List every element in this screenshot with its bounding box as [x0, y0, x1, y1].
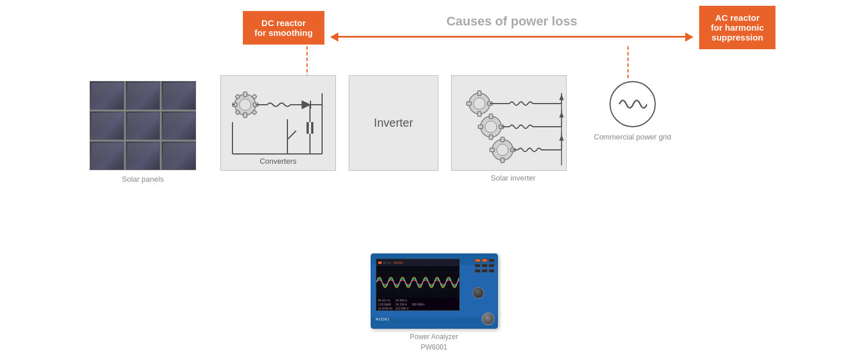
instrument-knob-small[interactable] — [482, 312, 494, 325]
svg-point-42 — [497, 144, 508, 156]
arrows-row — [330, 32, 693, 42]
arrow-left — [330, 32, 512, 42]
ac-reactor-circuit-box — [451, 75, 567, 171]
dashed-line-right — [627, 46, 629, 78]
ac-reactor-svg — [452, 76, 567, 171]
solar-cell — [125, 111, 160, 140]
solar-cell — [161, 141, 196, 170]
screen-waves — [376, 266, 459, 298]
instrument-screen: HIOKI — [376, 259, 460, 311]
svg-rect-32 — [478, 112, 481, 116]
solar-cell — [161, 111, 196, 140]
ctrl-btn-2[interactable] — [475, 264, 481, 267]
causes-title: Causes of power loss — [446, 14, 577, 29]
sine-wave-svg — [618, 95, 647, 113]
screen-data: 96.011 % 1.6119kW 43.2049 Hz 54.354 A 54… — [376, 298, 459, 311]
converter-box: Converters — [220, 75, 336, 171]
solar-inverter-label: Solar inverter — [491, 174, 535, 182]
ac-reactor-line2: for harmonic — [711, 23, 764, 32]
solar-cell — [90, 81, 124, 110]
ctrl-btn-orange-1[interactable] — [475, 259, 481, 262]
arrow-line-left — [338, 36, 512, 38]
svg-line-20 — [287, 131, 296, 139]
instrument-bottom: HIOKI — [376, 312, 494, 325]
solar-cell — [125, 141, 160, 170]
solar-panel-grid — [90, 81, 196, 170]
arrowhead-right — [685, 32, 693, 42]
instrument-brand-bottom: HIOKI — [376, 317, 390, 321]
ac-reactor-box: AC reactor for harmonic suppression — [699, 6, 775, 49]
power-grid-icon — [610, 81, 656, 127]
svg-rect-2 — [243, 92, 247, 97]
solar-cell — [90, 141, 124, 170]
solar-panels-group: Solar panels — [90, 81, 196, 183]
svg-marker-58 — [559, 112, 564, 117]
dc-reactor-line2: for smoothing — [254, 28, 313, 38]
solar-panels-label: Solar panels — [122, 175, 164, 183]
svg-rect-60 — [376, 266, 460, 298]
commercial-grid-label: Commercial power grid — [594, 132, 671, 142]
svg-marker-57 — [559, 94, 564, 100]
ctrl-row-3 — [463, 269, 494, 273]
svg-rect-43 — [501, 137, 504, 142]
screen-dot-orange — [378, 262, 382, 264]
ctrl-row-2 — [463, 264, 494, 267]
main-container: DC reactor for smoothing Causes of power… — [0, 0, 868, 364]
ctrl-btn-1[interactable] — [489, 259, 494, 262]
power-grid-group: Commercial power grid — [594, 81, 671, 142]
ac-reactor-line3: suppression — [712, 32, 763, 42]
inverter-box: Inverter — [349, 75, 438, 171]
svg-rect-45 — [490, 148, 494, 152]
top-section: DC reactor for smoothing Causes of power… — [243, 6, 775, 49]
instrument-label: Power Analyzer PW6001 — [410, 332, 458, 352]
svg-marker-12 — [302, 101, 311, 109]
dc-reactor-line1: DC reactor — [261, 18, 306, 28]
ctrl-btn-4[interactable] — [489, 264, 494, 267]
solar-cell — [125, 81, 160, 110]
solar-cell — [161, 81, 196, 110]
ctrl-btn-5[interactable] — [475, 269, 481, 273]
instrument-section: HIOKI — [371, 253, 498, 352]
waveform-svg — [376, 266, 460, 298]
svg-rect-39 — [478, 125, 483, 128]
svg-point-1 — [239, 99, 251, 111]
arrow-line-right — [512, 36, 685, 38]
screen-header: HIOKI — [376, 259, 459, 266]
ctrl-btn-7[interactable] — [489, 269, 494, 273]
instrument-controls — [463, 259, 494, 311]
arrowhead-left — [330, 32, 338, 42]
svg-point-30 — [474, 98, 485, 109]
arrow-section: Causes of power loss — [330, 14, 693, 42]
screen-dot-gray1 — [383, 262, 386, 264]
converters-label: Converters — [221, 157, 335, 166]
ctrl-row-1 — [463, 259, 494, 262]
svg-rect-3 — [243, 113, 247, 117]
svg-rect-37 — [489, 114, 493, 119]
svg-point-36 — [485, 121, 497, 133]
ctrl-btn-orange-2[interactable] — [482, 259, 487, 262]
dc-reactor-box: DC reactor for smoothing — [243, 11, 324, 45]
svg-rect-33 — [467, 102, 471, 105]
inverter-text: Inverter — [374, 116, 413, 130]
ac-reactor-line1: AC reactor — [715, 13, 760, 23]
arrow-right — [512, 32, 693, 42]
svg-marker-59 — [559, 135, 564, 141]
ctrl-btn-6[interactable] — [482, 269, 487, 273]
screen-dot-gray2 — [387, 262, 391, 264]
svg-rect-38 — [489, 135, 493, 139]
svg-rect-44 — [501, 158, 504, 163]
svg-rect-31 — [478, 91, 481, 95]
dashed-line-left — [306, 46, 308, 78]
instrument-brand: HIOKI — [394, 261, 403, 264]
ctrl-knob-main[interactable] — [472, 287, 484, 299]
ctrl-btn-3[interactable] — [482, 264, 487, 267]
solar-cell — [90, 111, 124, 140]
instrument-body: HIOKI — [371, 253, 498, 329]
